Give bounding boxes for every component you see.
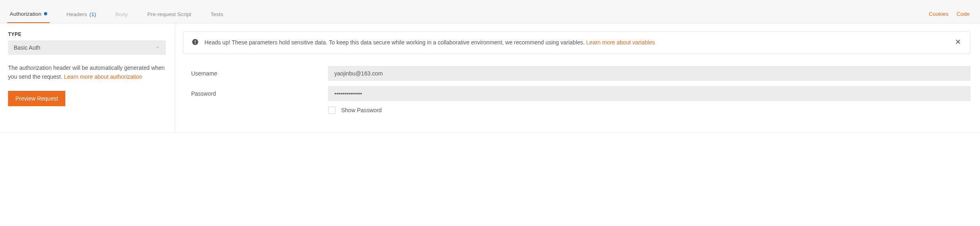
type-label: TYPE [8, 31, 166, 37]
close-icon[interactable]: ✕ [953, 38, 963, 46]
tab-tests-label: Tests [211, 11, 223, 17]
svg-rect-2 [195, 43, 196, 44]
password-field[interactable] [328, 86, 970, 101]
auth-type-value: Basic Auth [14, 44, 40, 51]
preview-request-button[interactable]: Preview Request [8, 91, 65, 106]
learn-more-variables-link[interactable]: Learn more about variables [586, 39, 655, 46]
auth-description: The authorization header will be automat… [8, 64, 166, 81]
username-label: Username [191, 70, 328, 77]
tab-active-dot-icon [44, 12, 47, 15]
request-tabs: Authorization Headers (1) Body Pre-reque… [0, 9, 980, 23]
password-label: Password [191, 90, 328, 97]
learn-more-auth-link[interactable]: Learn more about authorization [64, 73, 143, 80]
show-password-checkbox[interactable] [328, 107, 336, 114]
svg-rect-1 [195, 40, 196, 43]
tab-headers[interactable]: Headers (1) [64, 11, 99, 23]
tab-headers-count: (1) [90, 11, 96, 17]
tab-authorization-label: Authorization [10, 11, 42, 17]
tab-prerequest-label: Pre-request Script [147, 11, 191, 17]
auth-right-panel: Heads up! These parameters hold sensitiv… [175, 23, 980, 132]
alert-text-body: These parameters hold sensitive data. To… [230, 39, 586, 46]
tab-authorization[interactable]: Authorization [7, 11, 50, 23]
code-link[interactable]: Code [957, 11, 970, 17]
sensitive-data-alert: Heads up! These parameters hold sensitiv… [183, 31, 970, 54]
auth-left-panel: TYPE Basic Auth The authorization header… [0, 23, 175, 132]
auth-type-select[interactable]: Basic Auth [8, 40, 166, 55]
cookies-link[interactable]: Cookies [929, 11, 949, 17]
tab-body-label: Body [115, 11, 128, 17]
alert-heads-up: Heads up! [204, 39, 230, 46]
chevron-down-icon [155, 44, 160, 51]
show-password-label: Show Password [341, 107, 382, 113]
username-field[interactable] [328, 66, 970, 81]
tab-tests[interactable]: Tests [208, 11, 226, 23]
tab-body[interactable]: Body [113, 11, 130, 23]
tab-headers-label: Headers [67, 11, 87, 17]
tab-prerequest[interactable]: Pre-request Script [145, 11, 194, 23]
warning-icon [192, 38, 199, 47]
